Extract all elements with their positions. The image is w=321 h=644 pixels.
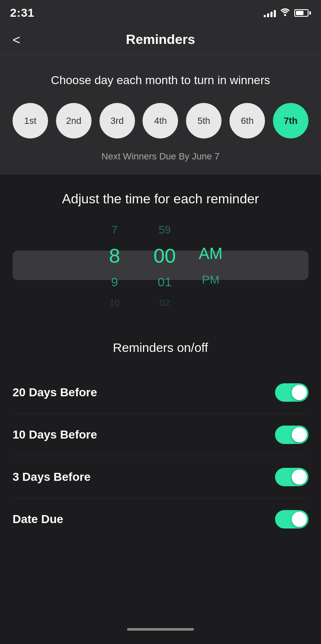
time-picker-title: Adjust the time for each reminder xyxy=(13,191,308,207)
reminders-section: Reminders on/off 20 Days Before 10 Days … xyxy=(0,324,321,553)
day-picker-section: Choose day each month to turn in winners… xyxy=(0,56,321,174)
toggle-slider-datedue xyxy=(275,510,308,529)
next-winners-text: Next Winners Due By June 7 xyxy=(13,151,308,162)
reminder-toggle-3days[interactable] xyxy=(275,468,308,486)
reminder-toggle-20days[interactable] xyxy=(275,383,308,402)
svg-point-0 xyxy=(284,14,286,16)
toggle-slider-10days xyxy=(275,426,308,444)
hour-item-10[interactable]: 10 xyxy=(110,294,120,312)
hour-item-9[interactable]: 9 xyxy=(111,271,118,294)
hour-item-8-selected[interactable]: 8 xyxy=(109,241,120,271)
day-button-2nd[interactable]: 2nd xyxy=(56,103,92,139)
day-button-6th[interactable]: 6th xyxy=(229,103,265,139)
reminder-row-10days: 10 Days Before xyxy=(13,414,308,456)
reminder-row-3days: 3 Days Before xyxy=(13,456,308,498)
hour-item-7[interactable]: 7 xyxy=(112,219,117,241)
toggle-slider-20days xyxy=(275,383,308,402)
signal-icon xyxy=(264,9,276,17)
nav-header: < Reminders xyxy=(0,25,321,56)
reminder-label-10days: 10 Days Before xyxy=(13,428,97,441)
home-bar xyxy=(127,628,194,631)
reminder-label-20days: 20 Days Before xyxy=(13,386,97,399)
day-button-1st[interactable]: 1st xyxy=(13,103,48,139)
wifi-icon xyxy=(280,8,290,18)
day-button-7th[interactable]: 7th xyxy=(273,103,308,139)
reminder-label-3days: 3 Days Before xyxy=(13,470,91,484)
reminder-label-datedue: Date Due xyxy=(13,513,63,526)
day-button-3rd[interactable]: 3rd xyxy=(99,103,135,139)
minute-item-00-selected[interactable]: 00 xyxy=(153,241,176,271)
reminders-title: Reminders on/off xyxy=(13,341,308,355)
battery-icon xyxy=(294,9,311,17)
reminder-row-datedue: Date Due xyxy=(13,498,308,540)
hour-column[interactable]: 7 8 9 10 xyxy=(89,219,140,311)
ampm-item-am-selected[interactable]: AM xyxy=(199,239,223,269)
ampm-item-pm[interactable]: PM xyxy=(202,269,219,292)
bottom-spacer xyxy=(0,553,321,619)
reminder-toggle-10days[interactable] xyxy=(275,426,308,444)
page-title: Reminders xyxy=(126,32,195,47)
time-picker-container[interactable]: 7 8 9 10 59 00 01 02 AM PM xyxy=(13,219,308,311)
phone-frame: 2:31 xyxy=(0,0,321,644)
day-picker-title: Choose day each month to turn in winners xyxy=(13,73,308,88)
reminder-row-20days: 20 Days Before xyxy=(13,372,308,414)
status-icons xyxy=(264,8,311,18)
minute-item-01[interactable]: 01 xyxy=(158,271,171,294)
minute-item-59[interactable]: 59 xyxy=(159,219,171,241)
day-button-5th[interactable]: 5th xyxy=(186,103,222,139)
toggle-slider-3days xyxy=(275,468,308,486)
time-picker-section: Adjust the time for each reminder 7 8 9 … xyxy=(0,174,321,324)
home-indicator xyxy=(0,619,321,644)
status-bar: 2:31 xyxy=(0,0,321,25)
minute-column[interactable]: 59 00 01 02 xyxy=(140,219,190,311)
back-button[interactable]: < xyxy=(13,33,20,46)
day-buttons-row: 1st 2nd 3rd 4th 5th 6th 7th xyxy=(13,103,308,139)
time-columns: 7 8 9 10 59 00 01 02 AM PM xyxy=(13,219,308,311)
ampm-column[interactable]: AM PM xyxy=(190,239,232,292)
day-button-4th[interactable]: 4th xyxy=(143,103,178,139)
reminder-toggle-datedue[interactable] xyxy=(275,510,308,529)
status-time: 2:31 xyxy=(10,6,34,20)
minute-item-02[interactable]: 02 xyxy=(160,294,170,312)
